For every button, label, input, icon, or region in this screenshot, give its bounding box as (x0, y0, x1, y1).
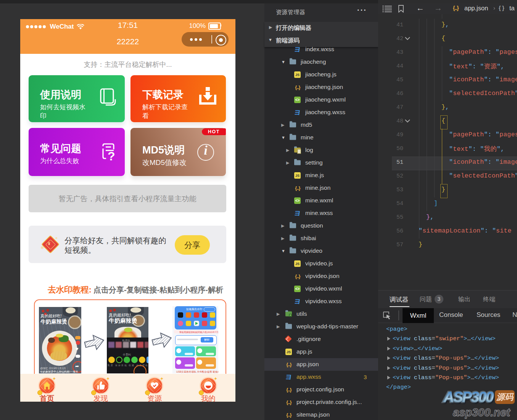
svg-text:?: ? (108, 149, 115, 162)
